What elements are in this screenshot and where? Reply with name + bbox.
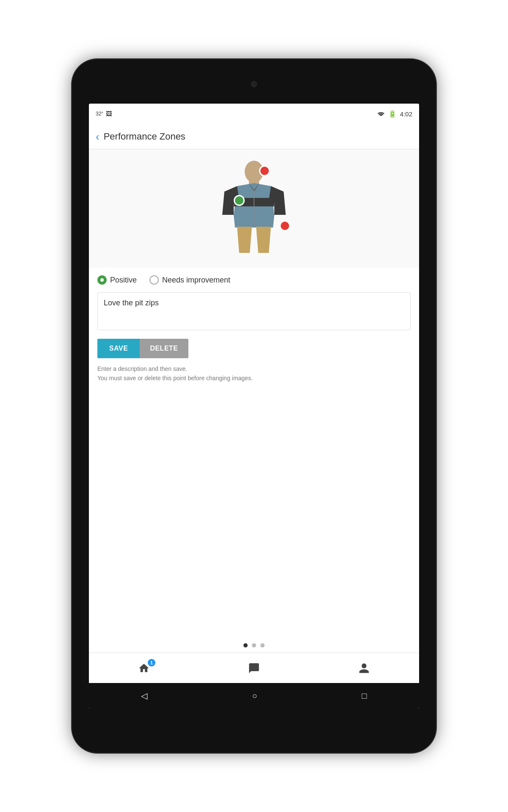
home-badge: 1 [148,659,155,667]
page-title: Performance Zones [104,131,185,142]
messages-icon [248,662,260,674]
android-back-btn[interactable]: ◁ [141,691,147,701]
nav-home[interactable]: 1 [129,659,159,678]
pager-dot-3[interactable] [260,643,265,647]
annotation-dot-red-top[interactable] [259,165,270,176]
content-area: Positive Needs improvement Love the pit … [89,149,419,638]
pager-dot-2[interactable] [252,643,256,647]
delete-button[interactable]: DELETE [140,339,188,358]
product-image-container[interactable] [89,149,419,268]
content-spacer [89,383,419,510]
pager [89,638,419,653]
status-left: 32° 🖼 [96,110,112,117]
android-nav: ◁ ○ □ [89,683,419,708]
radio-needs-improvement-label: Needs improvement [162,276,230,285]
status-bar: 32° 🖼 🔋 4:02 [89,104,419,124]
profile-icon [358,662,370,674]
bottom-nav: 1 [89,653,419,683]
pager-dot-1[interactable] [243,643,248,647]
save-button[interactable]: SAVE [97,339,140,358]
product-image [212,160,296,257]
hint-line1: Enter a description and then save. [97,364,411,373]
status-right: 🔋 4:02 [377,110,412,118]
battery-icon: 🔋 [388,110,397,118]
radio-positive-circle[interactable] [97,275,107,285]
back-button[interactable]: ‹ [96,131,99,142]
temperature-icon: 32° [96,111,103,117]
device: 32° 🖼 🔋 4:02 ‹ Performance Zones [72,59,436,753]
screen: 32° 🖼 🔋 4:02 ‹ Performance Zones [89,104,419,708]
radio-positive[interactable]: Positive [97,275,137,285]
hint-line2: You must save or delete this point befor… [97,373,411,383]
android-recents-btn[interactable]: □ [362,691,367,701]
clock: 4:02 [400,110,412,118]
screenshot-icon: 🖼 [106,110,112,117]
nav-messages[interactable] [239,659,269,678]
radio-needs-improvement[interactable]: Needs improvement [149,275,230,285]
hint-text: Enter a description and then save. You m… [89,364,419,383]
buttons-row: SAVE DELETE [89,339,419,358]
radio-needs-improvement-circle[interactable] [149,275,159,285]
description-textarea[interactable]: Love the pit zips [97,292,411,330]
front-camera [251,81,257,87]
nav-profile[interactable] [349,659,379,678]
wifi-icon [377,111,385,117]
annotation-dot-red-bottom[interactable] [279,220,290,231]
radio-group: Positive Needs improvement [89,268,419,292]
nav-bar: ‹ Performance Zones [89,124,419,149]
annotation-dot-green-middle[interactable] [234,195,245,206]
radio-positive-label: Positive [110,276,137,285]
android-home-btn[interactable]: ○ [252,691,257,701]
